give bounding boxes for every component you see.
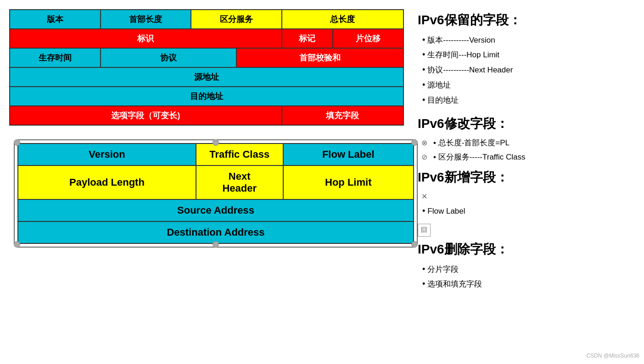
ipv4-id: 标识	[10, 29, 282, 48]
ipv6-src-address: Source Address	[18, 199, 414, 221]
section4-list: 分片字段 选项和填充字段	[418, 262, 635, 292]
layers-icon: ⊗	[418, 137, 431, 149]
section1-item-2: 协议----------Next Header	[422, 63, 635, 77]
ipv4-checksum: 首部校验和	[236, 48, 403, 67]
section1-item-3: 源地址	[422, 78, 635, 92]
ipv4-frag-offset: 片位移	[333, 29, 403, 48]
ipv6-flow-label: Flow Label	[283, 143, 414, 165]
section1-item-4: 目的地址	[422, 93, 635, 107]
ipv6-hop-limit: Hop Limit	[283, 165, 414, 199]
ipv6-table: Version Traffic Class Flow Label Payload…	[17, 143, 414, 244]
section3-item-0: Flow Label	[422, 204, 635, 218]
ipv4-proto: 协议	[101, 48, 236, 67]
ipv4-padding: 填充字段	[282, 106, 403, 125]
right-panel: IPv6保留的字段： 版本----------Version 生存时间---Ho…	[413, 0, 644, 364]
section3: IPv6新增字段： ✕ Flow Label 囧	[418, 166, 635, 236]
ipv6-version: Version	[18, 143, 196, 165]
ipv6-payload-length: Payload Length	[18, 165, 196, 199]
section4-title: IPv6删除字段：	[418, 238, 635, 260]
corner-bm	[213, 241, 219, 248]
ipv4-dscp: 区分服务	[191, 10, 282, 29]
section1-title: IPv6保留的字段：	[418, 9, 635, 31]
section1: IPv6保留的字段： 版本----------Version 生存时间---Ho…	[418, 9, 635, 107]
section4-item-1: 选项和填充字段	[422, 277, 635, 291]
ipv4-dst: 目的地址	[10, 87, 403, 106]
section3-title: IPv6新增字段：	[418, 166, 635, 188]
section1-item-1: 生存时间---Hop Limit	[422, 48, 635, 62]
ipv4-header-len: 首部长度	[101, 10, 191, 29]
section2-item-1: • 区分服务-----Traffic Class	[433, 151, 526, 164]
section4-item-0: 分片字段	[422, 262, 635, 276]
section2-icon-row1: ⊗ • 总长度-首部长度=PL	[418, 137, 635, 150]
ipv4-src: 源地址	[10, 67, 403, 87]
corner-tl	[14, 139, 20, 146]
new-icon: ✕	[418, 190, 431, 203]
section4: IPv6删除字段： 分片字段 选项和填充字段	[418, 238, 635, 291]
watermark: CSDN @MissSun636	[586, 351, 639, 360]
ipv6-wrapper: Version Traffic Class Flow Label Payload…	[14, 139, 418, 248]
section2-item-0: • 总长度-首部长度=PL	[433, 137, 510, 150]
ipv4-options: 选项字段（可变长)	[10, 106, 282, 125]
ipv4-flags: 标记	[282, 29, 333, 48]
ipv6-dst-address: Destination Address	[18, 221, 414, 243]
table-icon: 囧	[418, 224, 431, 237]
section3-icon-row: ✕	[418, 190, 635, 203]
ipv4-ttl: 生存时间	[10, 48, 101, 67]
section2: IPv6修改字段： ⊗ • 总长度-首部长度=PL ⊘ • 区分服务-----T…	[418, 113, 635, 164]
corner-bl	[14, 241, 20, 248]
section2-title: IPv6修改字段：	[418, 113, 635, 135]
section2-icon-row2: ⊘ • 区分服务-----Traffic Class	[418, 151, 635, 164]
section1-list: 版本----------Version 生存时间---Hop Limit 协议-…	[418, 33, 635, 107]
ipv4-total-len: 总长度	[282, 10, 403, 29]
left-panel: 版本 首部长度 区分服务 总长度 标识 标记 片位移 生存时间 协议 首部校验和…	[0, 0, 413, 364]
ipv6-traffic-class: Traffic Class	[196, 143, 283, 165]
ipv4-table: 版本 首部长度 区分服务 总长度 标识 标记 片位移 生存时间 协议 首部校验和…	[9, 9, 404, 126]
ipv6-outer: Version Traffic Class Flow Label Payload…	[14, 139, 418, 248]
corner-tm	[213, 139, 219, 146]
ipv6-next-header: NextHeader	[196, 165, 283, 199]
section3-list: Flow Label	[418, 204, 635, 218]
service-icon: ⊘	[418, 151, 431, 164]
ipv4-version: 版本	[10, 10, 101, 29]
section1-item-0: 版本----------Version	[422, 33, 635, 47]
